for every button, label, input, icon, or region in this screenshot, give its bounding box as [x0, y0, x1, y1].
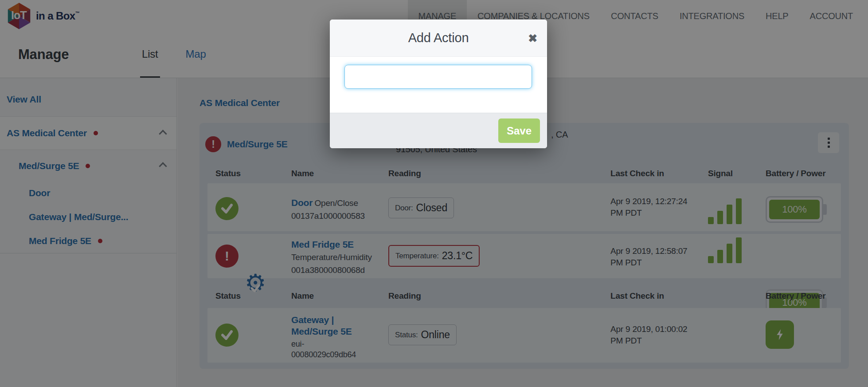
modal-body	[330, 57, 547, 113]
save-button[interactable]: Save	[498, 118, 540, 143]
add-action-modal: Add Action ✖ Save	[330, 20, 547, 148]
app-root: IoT in a Box™ MANAGE COMPANIES & LOCATIO…	[0, 0, 868, 387]
close-icon[interactable]: ✖	[528, 32, 537, 44]
modal-header: Add Action ✖	[330, 20, 547, 57]
action-name-input[interactable]	[344, 65, 532, 89]
modal-title: Add Action	[408, 31, 469, 45]
modal-footer: Save	[330, 113, 547, 148]
